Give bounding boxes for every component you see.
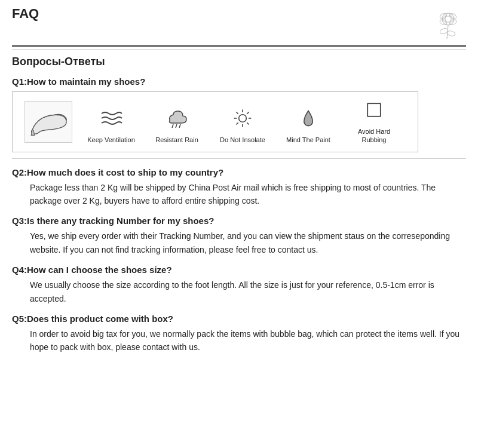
svg-point-1 [445, 13, 451, 25]
care-item-rubbing: Avoid Hard Rubbing [347, 99, 401, 145]
shoe-image [24, 101, 72, 143]
q2-question: Q2:How much does it cost to ship to my c… [12, 167, 466, 177]
q4-question: Q4:How can I choose the shoes size? [12, 265, 466, 275]
care-item-ventilation: Keep Ventilation [84, 108, 138, 144]
svg-line-11 [176, 124, 177, 128]
svg-line-20 [247, 112, 249, 114]
q5-answer: In order to avoid big tax for you, we no… [30, 327, 466, 354]
q3-answer: Yes, we ship every order with their Trac… [30, 229, 466, 256]
square-icon [362, 99, 386, 124]
svg-point-2 [442, 16, 454, 22]
svg-line-18 [236, 112, 238, 114]
svg-point-0 [442, 13, 454, 25]
care-label-rubbing: Avoid Hard Rubbing [347, 127, 401, 145]
svg-point-9 [446, 30, 456, 36]
faq-title-text: FAQ [12, 6, 39, 22]
svg-line-19 [247, 123, 249, 125]
care-item-rain: Resistant Rain [150, 108, 204, 144]
care-label-ventilation: Keep Ventilation [87, 136, 135, 144]
svg-rect-22 [367, 103, 381, 116]
q3-question: Q3:Is there any tracking Number for my s… [12, 216, 466, 226]
faq-header: FAQ [12, 6, 466, 47]
rain-icon [165, 108, 189, 132]
svg-line-12 [179, 124, 180, 128]
subtitle: Вопросы-Ответы [12, 56, 466, 68]
care-item-insolate: Do Not Insolate [216, 108, 269, 144]
care-item-paint: Mind The Paint [281, 108, 335, 144]
care-items-list: Keep Ventilation Resistant Rain [84, 99, 401, 145]
shoe-svg-icon [26, 105, 71, 138]
q2-answer: Package less than 2 Kg will be shipped b… [30, 181, 466, 208]
waves-icon [99, 108, 123, 132]
header-divider [12, 49, 466, 50]
svg-line-21 [236, 123, 238, 125]
svg-line-10 [172, 124, 173, 128]
q1-question: Q1:How to maintain my shoes? [12, 76, 466, 87]
section-divider-q2 [12, 158, 466, 159]
q5-question: Q5:Does this product come with box? [12, 314, 466, 324]
rose-decoration-icon [430, 6, 466, 42]
q4-answer: We usually choose the size according to … [30, 278, 466, 305]
drop-icon [296, 108, 320, 132]
care-label-rain: Resistant Rain [155, 136, 198, 144]
care-label-insolate: Do Not Insolate [220, 136, 265, 144]
sun-icon [231, 108, 255, 132]
care-label-paint: Mind The Paint [286, 136, 330, 144]
care-box: Keep Ventilation Resistant Rain [12, 91, 418, 152]
svg-point-13 [239, 115, 247, 122]
